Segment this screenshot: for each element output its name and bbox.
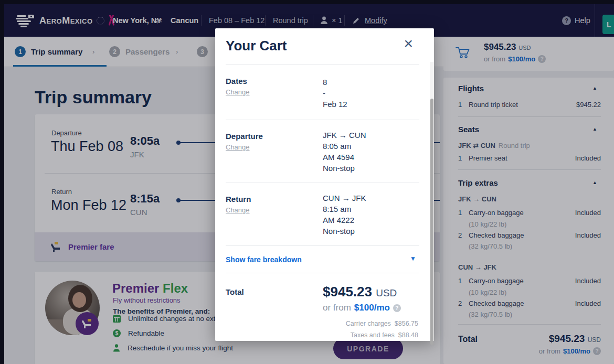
dates-change-link[interactable]: Change — [226, 88, 250, 96]
departure-label: Departure — [226, 132, 263, 141]
return-label: Return — [226, 195, 251, 204]
divider — [226, 245, 419, 246]
modal-scrollbar-track[interactable] — [430, 62, 434, 341]
divider — [226, 120, 419, 120]
installment-link[interactable]: $100/mo — [354, 303, 390, 313]
cart-modal: Your Cart × Dates Change 8 - Feb 12 Depa… — [215, 28, 434, 341]
question-icon[interactable]: ? — [393, 304, 401, 312]
modal-total-amount: $945.23 USD — [323, 284, 397, 300]
return-change-link[interactable]: Change — [226, 206, 250, 214]
carrier-charges-row: Carrier charges $856.75 — [346, 320, 418, 327]
divider — [226, 183, 419, 183]
modal-scrollbar-thumb[interactable] — [430, 99, 433, 345]
caret-down-icon[interactable]: ▼ — [410, 255, 416, 262]
dates-value: 8 - Feb 12 — [323, 77, 347, 110]
modal-title: Your Cart — [226, 38, 287, 54]
app-window: AeroMexico New York, NY ⇄ Cancun Feb 08 … — [0, 0, 614, 364]
return-value: CUN → JFK 8:15 am AM 4222 Non-stop — [323, 192, 366, 237]
departure-value: JFK → CUN 8:05 am AM 4594 Non-stop — [323, 130, 366, 174]
close-icon[interactable]: × — [404, 36, 413, 51]
show-fare-breakdown-link[interactable]: Show fare breakdown — [226, 255, 302, 264]
departure-change-link[interactable]: Change — [226, 143, 250, 151]
modal-total-label: Total — [226, 287, 244, 296]
taxes-fees-row: Taxes and fees $88.48 — [351, 331, 418, 339]
divider — [226, 273, 419, 273]
dates-label: Dates — [226, 77, 247, 85]
divider — [226, 64, 419, 65]
modal-installment: or from $100/mo ? — [323, 303, 401, 313]
